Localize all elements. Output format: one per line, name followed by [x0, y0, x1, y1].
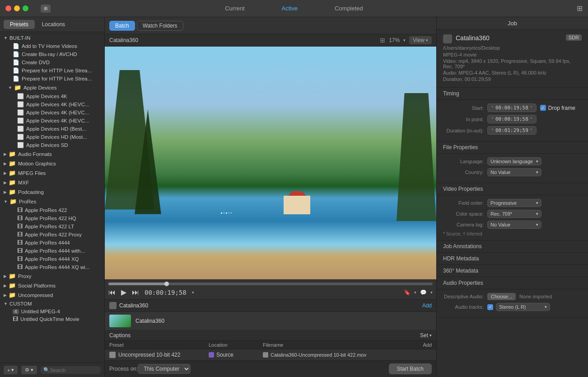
tab-locations[interactable]: Locations — [36, 20, 71, 29]
playback-right: 🔖 ▾ 💬 ▾ — [404, 289, 433, 296]
add-preset-button[interactable]: + ▾ — [4, 366, 18, 374]
sidebar-item-dvd[interactable]: 📄 Create DVD — [0, 58, 104, 66]
language-select[interactable]: Unknown language ▾ — [487, 157, 541, 165]
tab-active[interactable]: Active — [263, 3, 316, 14]
job-annotations-section[interactable]: Job Annotations — [437, 240, 588, 253]
country-select[interactable]: No Value ▾ — [487, 168, 541, 176]
sidebar-item-apple-4k-hevc3[interactable]: ⬜ Apple Devices 4K (HEVC... — [0, 117, 104, 125]
speech-bubble-icon[interactable]: 💬 — [420, 289, 427, 296]
sidebar-item-apple-4k-hevc1[interactable]: ⬜ Apple Devices 4K (HEVC... — [0, 100, 104, 108]
sidebar-toggle-icon[interactable]: ⊞ — [41, 5, 51, 13]
sidebar-section-motion-graphics[interactable]: ▶ 📁 Motion Graphics — [0, 159, 104, 168]
sidebar-section-uncompressed[interactable]: ▶ 📁 Uncompressed — [0, 290, 104, 300]
in-point-input[interactable]: ˅ 00:00:19;58 ˄ — [487, 115, 537, 123]
video-controls-right: ⊞ 17% ▾ View ▾ — [380, 36, 432, 44]
sidebar-section-social[interactable]: ▶ 📁 Social Platforms — [0, 281, 104, 290]
duration-input[interactable]: ˅ 00:01:29;59 ˄ — [487, 126, 537, 135]
folder-icon: 📁 — [9, 273, 16, 279]
close-button[interactable] — [5, 5, 11, 11]
bookmark-chevron[interactable]: ▾ — [414, 290, 416, 295]
job-duration: Duration: 00:01:29;59 — [443, 76, 582, 82]
bookmark-icon[interactable]: 🔖 — [404, 289, 411, 296]
start-batch-button[interactable]: Start Batch — [389, 363, 432, 374]
sidebar-item-prores4444xq[interactable]: 🎞 Apple ProRes 4444 XQ — [0, 255, 104, 263]
skip-forward-icon[interactable]: ⏭ — [132, 288, 139, 297]
sidebar-item-untitled-qt[interactable]: 🎞 Untitled QuickTime Movie — [0, 315, 104, 323]
timing-section[interactable]: Timing — [437, 88, 588, 100]
sidebar-item-prores422lt[interactable]: 🎞 Apple ProRes 422 LT — [0, 222, 104, 231]
sidebar-item-apple-hd-most[interactable]: ⬜ Apple Devices HD (Most... — [0, 133, 104, 141]
batch-button[interactable]: Batch — [109, 21, 135, 31]
sidebar-item-apple-hd-best[interactable]: ⬜ Apple Devices HD (Best... — [0, 125, 104, 133]
watch-folders-button[interactable]: Watch Folders — [137, 21, 183, 31]
audio-track-select[interactable]: Stereo (L R) ▾ — [496, 303, 550, 311]
audio-track-checkbox[interactable]: ✓ — [487, 304, 493, 310]
sidebar-item-untitled-mpeg4[interactable]: 4 Untitled MPEG-4 — [0, 308, 104, 315]
timecode-chevron[interactable]: ▾ — [192, 290, 194, 295]
file-properties-section[interactable]: File Properties — [437, 141, 588, 154]
batch-add-button[interactable]: Add — [422, 302, 432, 309]
arrow-icon: ▶ — [4, 293, 7, 297]
drop-frame-checkbox[interactable]: ✓ — [540, 105, 546, 111]
field-order-select[interactable]: Progressive ▾ — [487, 199, 541, 207]
sidebar-section-podcasting[interactable]: ▶ 📁 Podcasting — [0, 187, 104, 197]
sidebar-item-apple-sd[interactable]: ⬜ Apple Devices SD — [0, 141, 104, 149]
sidebar-section-proxy[interactable]: ▶ 📁 Proxy — [0, 271, 104, 281]
speech-chevron[interactable]: ▾ — [430, 290, 433, 295]
process-select[interactable]: This Computer — [138, 364, 191, 374]
sidebar-item-http2[interactable]: 📄 Prepare for HTTP Live Strea... — [0, 75, 104, 83]
sidebar-section-apple-devices[interactable]: ▼ 📁 Apple Devices — [0, 83, 104, 92]
sidebar-section-prores[interactable]: ▼ 📁 ProRes — [0, 197, 104, 206]
sidebar-item-prores422proxy[interactable]: 🎞 Apple ProRes 422 Proxy — [0, 231, 104, 239]
hdr-metadata-section[interactable]: HDR Metadata — [437, 253, 588, 265]
sidebar-section-mpeg[interactable]: ▶ 📁 MPEG Files — [0, 168, 104, 178]
sidebar-item-add-tv[interactable]: 📄 Add to TV Home Videos — [0, 42, 104, 50]
view-button[interactable]: View ▾ — [409, 36, 432, 44]
preset-add-button[interactable]: Add — [423, 342, 432, 348]
preset-row[interactable]: Uncompressed 10-bit 422 Source Catalina3… — [105, 349, 436, 360]
play-icon[interactable]: ▶ — [121, 288, 126, 297]
sidebar-item-prores4444with[interactable]: 🎞 Apple ProRes 4444 with... — [0, 247, 104, 255]
sidebar-item-prores4444[interactable]: 🎞 Apple ProRes 4444 — [0, 239, 104, 247]
sidebar-item-prores422hq[interactable]: 🎞 Apple ProRes 422 HQ — [0, 214, 104, 222]
audio-properties-section[interactable]: Audio Properties — [437, 277, 588, 289]
sidebar-item-apple-4k[interactable]: ⬜ Apple Devices 4K — [0, 92, 104, 100]
maximize-button[interactable] — [23, 5, 28, 11]
timeline-track[interactable] — [108, 283, 433, 285]
start-input[interactable]: ˅ 00:00:19;58 ˄ — [487, 104, 537, 112]
video-properties-section[interactable]: Video Properties — [437, 183, 588, 195]
captions-row: Captions Set ▾ — [105, 330, 436, 341]
tab-current[interactable]: Current — [206, 3, 263, 14]
video-frame — [105, 47, 436, 279]
sidebar-section-custom[interactable]: ▼ CUSTOM — [0, 300, 104, 308]
camera-log-select[interactable]: No Value ▾ — [487, 221, 541, 229]
camera-log-value: No Value — [490, 222, 510, 227]
sidebar-section-audio-formats[interactable]: ▶ 📁 Audio Formats — [0, 149, 104, 159]
settings-button[interactable]: ⚙ ▾ — [21, 366, 37, 374]
choose-button[interactable]: Choose... — [487, 293, 516, 300]
search-input[interactable] — [50, 368, 98, 373]
tree-right — [397, 93, 436, 221]
sidebar-item-bluray[interactable]: 📄 Create Blu-ray / AVCHD — [0, 50, 104, 58]
set-button[interactable]: Set ▾ — [420, 332, 432, 339]
threesixty-metadata-section[interactable]: 360° Metadata — [437, 265, 588, 277]
sidebar-item-apple-4k-hevc2[interactable]: ⬜ Apple Devices 4K (HEVC... — [0, 108, 104, 117]
sidebar-item-prores422[interactable]: 🎞 Apple ProRes 422 — [0, 206, 104, 214]
color-space-select[interactable]: Rec. 709* ▾ — [487, 210, 541, 218]
tab-presets[interactable]: Presets — [4, 20, 35, 29]
sidebar-item-http1[interactable]: 📄 Prepare for HTTP Live Strea... — [0, 66, 104, 75]
batch-item[interactable]: Catalina360 — [105, 312, 436, 330]
sidebar-item-prores4444xqwi[interactable]: 🎞 Apple ProRes 4444 XQ wi... — [0, 263, 104, 271]
document-icon: ⬜ — [17, 142, 24, 148]
video-header: Catalina360 ⊞ 17% ▾ View ▾ — [105, 34, 436, 47]
sidebar-section-builtin[interactable]: ▼ BUILT-IN — [0, 34, 104, 42]
skip-back-icon[interactable]: ⏮ — [108, 288, 116, 297]
threesixty-metadata-title: 360° Metadata — [443, 268, 478, 274]
timecode-display: 00:00:19;58 — [145, 289, 187, 296]
sidebar-section-mxf[interactable]: ▶ 📁 MXF — [0, 178, 104, 187]
view-label: View — [413, 37, 425, 43]
grid-icon[interactable]: ⊞ — [577, 4, 583, 13]
playback-controls: ⏮ ▶ ⏭ 00:00:19;58 ▾ 🔖 ▾ 💬 ▾ — [108, 288, 433, 297]
tab-completed[interactable]: Completed — [316, 3, 382, 14]
minimize-button[interactable] — [14, 5, 20, 11]
